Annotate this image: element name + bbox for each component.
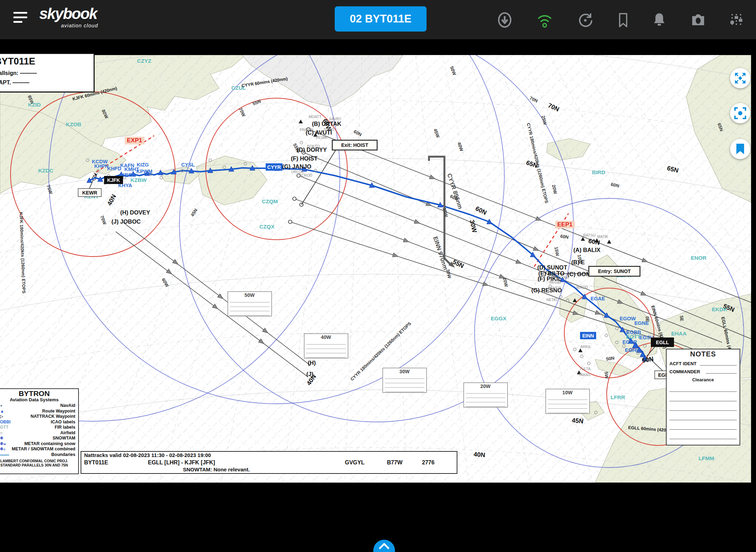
legend-item: GTTFIR labels <box>0 425 75 430</box>
chevron-up-icon <box>376 540 392 552</box>
svg-text:(A) BALIX: (A) BALIX <box>573 247 600 253</box>
svg-text:EXP1: EXP1 <box>127 137 142 144</box>
flight-chart-map[interactable]: EXP1EEP1✈CYYR 896nmEINN 970nm50W40W30W20… <box>0 55 751 483</box>
svg-text:BEGID: BEGID <box>550 280 561 284</box>
notes-blank-line <box>669 401 737 411</box>
summary-aircraft-type: B77W <box>387 459 402 466</box>
flight-info-callsign: Callsign: ——— <box>0 70 90 76</box>
legend-item: ○Airfield <box>0 430 75 436</box>
logo-title: skybook <box>39 6 98 22</box>
logo-subtitle: aviation cloud <box>61 22 98 28</box>
svg-text:CYSL: CYSL <box>181 162 195 168</box>
skybook-logo: skybook aviation cloud <box>39 6 98 28</box>
chart-canvas: EXP1EEP1✈CYYR 896nmEINN 970nm50W40W30W20… <box>0 55 751 483</box>
metar-snow-icon: ❄M <box>0 441 6 447</box>
flight-select-button[interactable]: 02 BYT011E <box>335 6 427 32</box>
svg-text:KZDC: KZDC <box>38 168 53 173</box>
svg-text:45N: 45N <box>572 417 584 425</box>
summary-snowtam: SNOWTAM: None relevant. <box>183 466 250 472</box>
svg-text:PRAWN: PRAWN <box>300 128 313 132</box>
svg-text:IBROD: IBROD <box>576 285 588 289</box>
center-map-button[interactable] <box>730 103 750 123</box>
flight-info-title: BYT011E <box>0 56 90 67</box>
airfield-icon: ○ <box>0 430 2 436</box>
flight-info-panel: BYT011E Callsign: ——— CAPT. ——— <box>0 53 95 93</box>
svg-text:SAVRY: SAVRY <box>329 117 341 121</box>
svg-text:Entry: SUNOT: Entry: SUNOT <box>598 268 631 274</box>
summary-route: EGLL [LHR] - KJFK [JFK] <box>148 459 215 466</box>
legend-item: ❄MMETAR containing snow <box>0 441 75 447</box>
svg-text:EGHI: EGHI <box>625 347 637 353</box>
svg-text:Exit: HOIST: Exit: HOIST <box>341 142 368 148</box>
svg-text:TULTA: TULTA <box>579 367 591 371</box>
legend-item: ❄CMETAR / SNOWTAM combined <box>0 447 75 452</box>
notifications-bell-icon[interactable] <box>651 11 668 29</box>
legend-title: BYTRON <box>0 390 75 397</box>
svg-text:NETKI: NETKI <box>546 298 557 302</box>
legend-item: ▲Route Waypoint <box>0 409 75 414</box>
filter-settings-icon[interactable] <box>728 11 745 29</box>
svg-text:KHPN: KHPN <box>94 163 109 169</box>
svg-text:EHAA: EHAA <box>671 330 687 336</box>
svg-text:EGNE: EGNE <box>634 320 649 326</box>
legend-items: ●NavAid▲Route Waypoint▷NATTRACK Waypoint… <box>0 403 75 457</box>
sync-icon[interactable] <box>577 11 594 29</box>
svg-text:(H): (H) <box>308 360 316 366</box>
svg-text:40N: 40N <box>474 451 485 458</box>
bookmark-outline-icon[interactable] <box>614 11 632 29</box>
legend-item: ❄SNOWTAM <box>0 436 75 441</box>
svg-text:5W: 5W <box>604 372 609 379</box>
svg-text:KIZG: KIZG <box>137 162 149 168</box>
legend-footnote: LAMBERT CONFORMAL CONIC PROJ. STANDARD P… <box>0 459 75 467</box>
legend-item-label: FIR labels <box>55 425 75 430</box>
app-window: skybook aviation cloud 02 BYT011E <box>0 0 756 552</box>
summary-flight-number: 2776 <box>422 459 435 466</box>
svg-text:CZYZ: CZYZ <box>137 58 151 64</box>
svg-text:EKDK: EKDK <box>712 306 728 312</box>
legend-item-label: METAR containing snow <box>24 441 75 446</box>
svg-text:(B) E: (B) E <box>571 259 585 265</box>
bookmark-map-button[interactable] <box>730 139 750 159</box>
svg-text:50W: 50W <box>245 292 255 298</box>
route-waypoint-icon: ▲ <box>0 409 4 414</box>
icao-sample-icon: OBBI <box>0 420 11 425</box>
notes-clearance-label: Clearance <box>669 377 737 382</box>
legend-item-label: SNOWTAM <box>53 436 75 441</box>
download-icon[interactable] <box>496 11 513 29</box>
camera-icon[interactable] <box>689 11 707 29</box>
svg-text:CZQM: CZQM <box>262 198 278 204</box>
center-focus-icon <box>734 107 746 119</box>
legend-item-label: NavAid <box>60 403 75 408</box>
legend-item-label: METAR / SNOWTAM combined <box>12 447 75 451</box>
svg-text:RESMI: RESMI <box>316 135 327 139</box>
bookmark-filled-icon <box>735 143 745 155</box>
svg-text:(G) JANJO: (G) JANJO <box>282 163 312 170</box>
svg-text:(B) URTAK: (B) URTAK <box>312 121 341 127</box>
notes-blank-line <box>669 392 737 401</box>
notes-blank-line <box>669 430 737 439</box>
svg-text:KZOB: KZOB <box>66 121 81 127</box>
snowtam-icon: ❄ <box>0 436 4 441</box>
svg-text:5E: 5E <box>679 315 685 321</box>
nattracks-validity: Nattracks valid 02-08-2023 11:30 - 02-08… <box>84 452 211 458</box>
metar-snowtam-combined-icon: ❄C <box>0 447 6 452</box>
svg-text:KPWM: KPWM <box>136 169 152 174</box>
svg-text:SCROD: SCROD <box>299 173 312 177</box>
legend-item: ▷NATTRACK Waypoint <box>0 414 75 420</box>
flight-info-capt: CAPT. ——— <box>0 80 90 86</box>
legend-item-label: NATTRACK Waypoint <box>30 414 75 419</box>
svg-text:20W: 20W <box>481 383 491 389</box>
svg-text:10W: 10W <box>563 390 573 395</box>
notes-blank-line <box>669 382 737 392</box>
fullscreen-button[interactable] <box>730 68 750 88</box>
navaid-icon: ● <box>0 403 2 408</box>
wifi-signal-icon[interactable] <box>536 11 553 29</box>
menu-icon[interactable] <box>13 12 29 27</box>
legend-item: OBBIICAO labels <box>0 420 75 425</box>
boundaries-icon <box>0 452 9 457</box>
nattrack-waypoint-icon: ▷ <box>0 414 3 419</box>
expand-panel-button[interactable] <box>373 540 395 552</box>
svg-text:LFRR: LFRR <box>611 394 625 400</box>
svg-text:SOVED: SOVED <box>548 286 561 290</box>
svg-text:EGBB: EGBB <box>626 329 641 335</box>
